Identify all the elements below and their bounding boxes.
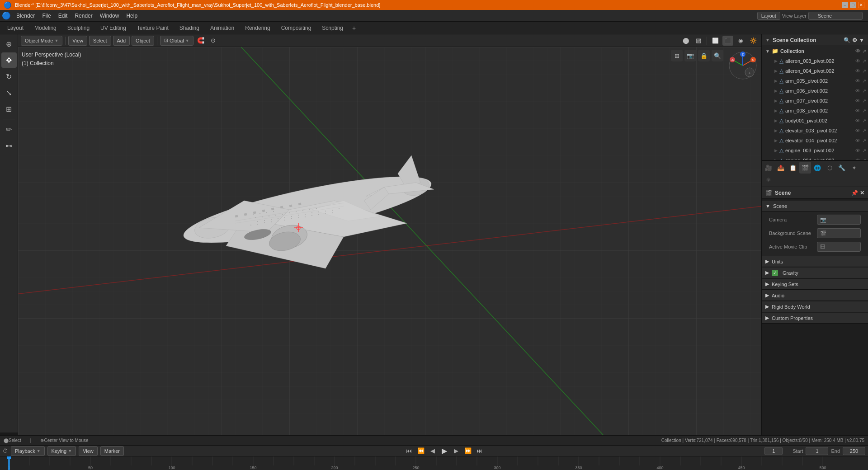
viewport-options-icon[interactable]: ⊞: [671, 50, 683, 61]
play-button[interactable]: ▶: [440, 446, 449, 456]
outliner-settings-icon[interactable]: ⚙: [852, 37, 857, 43]
3d-viewport[interactable]: User Perspective (Local) (1) Collection …: [18, 47, 761, 445]
outliner-item-7[interactable]: ▶ △ elevator_003_pivot.002 👁 ↗: [762, 126, 868, 136]
prev-frame-button[interactable]: ◀: [428, 446, 437, 456]
vis-icon-8b[interactable]: ↗: [862, 138, 866, 144]
vis-icon-10b[interactable]: ↗: [862, 158, 866, 160]
units-header[interactable]: ▶ Units: [762, 256, 868, 267]
background-scene-value[interactable]: 🎬: [817, 228, 861, 238]
proportional-edit[interactable]: ⊙: [208, 36, 219, 46]
view-menu-timeline[interactable]: View: [79, 446, 98, 456]
vis-icon-2a[interactable]: 👁: [855, 78, 860, 84]
outliner-item-10[interactable]: ▶ △ engine_004_pivot.002 👁 ↗: [762, 155, 868, 160]
gravity-header[interactable]: ▶ ✓ Gravity: [762, 268, 868, 278]
tab-rendering[interactable]: Rendering: [240, 22, 275, 34]
object-menu[interactable]: Object: [132, 36, 154, 46]
menu-render[interactable]: Render: [71, 12, 96, 20]
minimize-button[interactable]: –: [842, 2, 848, 8]
menu-help[interactable]: Help: [123, 12, 141, 20]
vis-icon-10a[interactable]: 👁: [855, 158, 860, 160]
playback-menu[interactable]: Playback ▼: [11, 446, 45, 456]
scene-selector[interactable]: Scene: [808, 12, 863, 20]
menu-edit[interactable]: Edit: [55, 12, 71, 20]
vis-icon-3a[interactable]: 👁: [855, 88, 860, 94]
transform-tool[interactable]: ⊞: [1, 101, 17, 117]
outliner-funnel-icon[interactable]: ▼: [859, 37, 864, 43]
menu-window[interactable]: Window: [96, 12, 123, 20]
close-button[interactable]: ✕: [858, 2, 864, 8]
object-prop-tab[interactable]: ⬡: [824, 162, 835, 174]
move-tool[interactable]: ✥: [1, 52, 17, 68]
vis-icon-4b[interactable]: ↗: [862, 98, 866, 104]
scene-tab[interactable]: 🎬: [799, 162, 811, 174]
viewport-search-icon[interactable]: 🔍: [712, 50, 723, 61]
marker-menu[interactable]: Marker: [100, 446, 124, 456]
start-frame-input[interactable]: 1: [806, 447, 828, 455]
snap-toggle[interactable]: 🧲: [195, 36, 206, 46]
view-menu[interactable]: View: [68, 36, 87, 46]
scene-pin-icon[interactable]: 📌: [851, 190, 858, 196]
next-keyframe-button[interactable]: ⏩: [463, 446, 472, 456]
rotate-tool[interactable]: ↻: [1, 69, 17, 84]
tab-layout[interactable]: Layout: [2, 22, 29, 34]
tab-uv-editing[interactable]: UV Editing: [95, 22, 132, 34]
viewport-lock-icon[interactable]: 🔒: [698, 50, 710, 61]
object-mode-selector[interactable]: Object Mode ▼: [21, 36, 62, 46]
physics-tab[interactable]: ⚛: [763, 174, 774, 186]
keying-sets-header[interactable]: ▶ Keying Sets: [762, 279, 868, 290]
material-preview-mode[interactable]: ◉: [735, 36, 746, 46]
vis-pointer-icon[interactable]: ↗: [862, 48, 866, 54]
vis-icon-9b[interactable]: ↗: [862, 148, 866, 154]
scale-tool[interactable]: ⤡: [1, 85, 17, 100]
tab-shading[interactable]: Shading: [174, 22, 205, 34]
tab-texture-paint[interactable]: Texture Paint: [132, 22, 174, 34]
active-workspace[interactable]: Layout: [757, 12, 780, 20]
vis-icon-6a[interactable]: 👁: [855, 118, 860, 124]
vis-icon-5a[interactable]: 👁: [855, 108, 860, 114]
wireframe-mode[interactable]: ⬜: [710, 36, 721, 46]
tab-animation[interactable]: Animation: [205, 22, 240, 34]
vis-icon-5b[interactable]: ↗: [862, 108, 866, 114]
end-frame-input[interactable]: 250: [843, 447, 865, 455]
vis-icon-6b[interactable]: ↗: [862, 118, 866, 124]
vis-icon-7b[interactable]: ↗: [862, 128, 866, 134]
world-tab[interactable]: 🌐: [811, 162, 823, 174]
add-workspace-button[interactable]: +: [349, 23, 359, 33]
vis-icon-7a[interactable]: 👁: [855, 128, 860, 134]
custom-props-header[interactable]: ▶ Custom Properties: [762, 313, 868, 324]
view-layer-tab[interactable]: 📋: [787, 162, 799, 174]
outliner-item-6[interactable]: ▶ △ body001_pivot.002 👁 ↗: [762, 116, 868, 126]
vis-icon-0b[interactable]: ↗: [862, 58, 866, 64]
maximize-button[interactable]: □: [850, 2, 856, 8]
outliner-item-3[interactable]: ▶ △ arm_006_pivot.002 👁 ↗: [762, 86, 868, 96]
outliner-item-0[interactable]: ▶ △ aileron_003_pivot.002 👁 ↗: [762, 56, 868, 66]
vis-icon-1a[interactable]: 👁: [855, 68, 860, 74]
particles-tab[interactable]: ✦: [848, 162, 860, 174]
navigation-gizmo[interactable]: X -X Z ⊥: [727, 50, 759, 81]
timeline-ruler[interactable]: 1 50 100 150 200 250 300 350 400 450 500: [0, 456, 868, 470]
outliner-item-2[interactable]: ▶ △ arm_005_pivot.002 👁 ↗: [762, 76, 868, 86]
cursor-tool[interactable]: ⊕: [1, 36, 17, 52]
outliner-item-5[interactable]: ▶ △ arm_008_pivot.002 👁 ↗: [762, 106, 868, 116]
select-menu[interactable]: Select: [89, 36, 111, 46]
pivot-selector[interactable]: ⊡ Global ▼: [160, 36, 193, 46]
vis-icon-0a[interactable]: 👁: [855, 58, 860, 64]
solid-mode[interactable]: ⬛: [722, 36, 733, 46]
output-tab[interactable]: 📤: [775, 162, 787, 174]
current-frame-input[interactable]: 1: [764, 447, 783, 455]
prev-keyframe-button[interactable]: ⏪: [416, 446, 425, 456]
scene-section-header[interactable]: ▼ Scene: [762, 201, 868, 212]
modifier-tab[interactable]: 🔧: [836, 162, 848, 174]
vis-icon-4a[interactable]: 👁: [855, 98, 860, 104]
outliner-item-1[interactable]: ▶ △ aileron_004_pivot.002 👁 ↗: [762, 66, 868, 76]
tab-sculpting[interactable]: Sculpting: [62, 22, 95, 34]
outliner-header[interactable]: ▼ Scene Collection 🔍 ⚙ ▼: [762, 34, 868, 46]
outliner-filter-icon[interactable]: 🔍: [844, 37, 850, 43]
scene-close-icon[interactable]: ✕: [860, 190, 864, 196]
timeline-icon[interactable]: ⏱: [3, 448, 8, 454]
vis-icon-3b[interactable]: ↗: [862, 88, 866, 94]
camera-value[interactable]: 📷: [817, 215, 861, 225]
vis-icon-9a[interactable]: 👁: [855, 148, 860, 154]
add-menu[interactable]: Add: [113, 36, 130, 46]
rigid-body-header[interactable]: ▶ Rigid Body World: [762, 301, 868, 312]
